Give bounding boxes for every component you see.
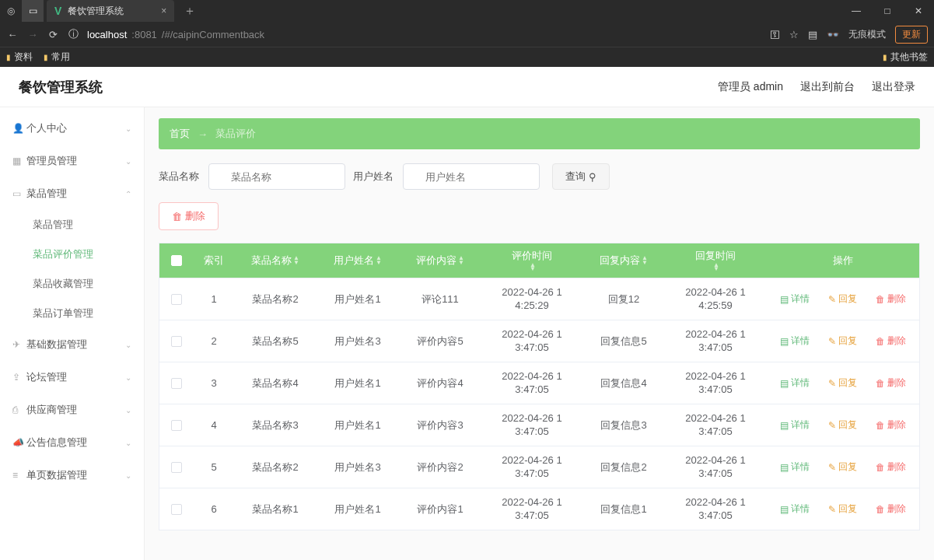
sidebar-sub-dish-order[interactable]: 菜品订单管理 xyxy=(0,299,144,328)
reply-button[interactable]: ✎回复 xyxy=(828,418,857,432)
row-checkbox[interactable] xyxy=(171,462,182,473)
col-reply-time[interactable]: 回复时间▲▼ xyxy=(665,250,766,271)
trash-icon: 🗑 xyxy=(876,504,885,515)
cell-comment-time: 2022-04-26 14:25:29 xyxy=(481,286,582,313)
key-icon[interactable]: ⚿ xyxy=(770,29,780,40)
forward-icon[interactable]: → xyxy=(26,29,39,40)
delete-button[interactable]: 🗑删除 xyxy=(159,202,219,230)
col-index: 索引 xyxy=(194,254,234,268)
back-icon[interactable]: ← xyxy=(6,29,19,40)
chevron-down-icon: ⌄ xyxy=(125,124,131,133)
maximize-icon[interactable]: □ xyxy=(872,0,903,22)
sidebar-item-basedata[interactable]: ✈基础数据管理⌄ xyxy=(0,328,144,361)
search-bar: 菜品名称 ⚲ 用户姓名 ⚲ 查询⚲ xyxy=(159,163,920,190)
cell-reply-time: 2022-04-26 14:25:59 xyxy=(665,286,766,313)
sidebar: 👤个人中心⌄ ▦管理员管理⌄ ▭菜品管理⌃ 菜品管理 菜品评价管理 菜品收藏管理… xyxy=(0,107,145,560)
cell-reply: 回复信息4 xyxy=(582,376,665,390)
row-checkbox[interactable] xyxy=(171,378,182,389)
cell-user-name: 用户姓名1 xyxy=(317,376,399,390)
new-tab-button[interactable]: ＋ xyxy=(184,3,196,19)
col-comment-time[interactable]: 评价时间▲▼ xyxy=(481,250,582,271)
printer-icon: ⎙ xyxy=(12,404,26,415)
table-row: 6菜品名称1用户姓名1评价内容12022-04-26 13:47:05回复信息1… xyxy=(159,488,919,530)
edit-icon: ✎ xyxy=(828,420,836,431)
sidebar-item-forum[interactable]: ⇪论坛管理⌄ xyxy=(0,361,144,394)
cell-user-name: 用户姓名1 xyxy=(317,292,399,306)
row-checkbox[interactable] xyxy=(171,294,182,305)
user-icon: 👤 xyxy=(12,123,26,134)
row-delete-button[interactable]: 🗑删除 xyxy=(876,376,906,390)
select-all-checkbox[interactable] xyxy=(171,255,182,266)
reply-button[interactable]: ✎回复 xyxy=(828,292,857,306)
sidebar-item-profile[interactable]: 👤个人中心⌄ xyxy=(0,112,144,145)
col-user-name[interactable]: 用户姓名▲▼ xyxy=(317,254,399,268)
row-delete-button[interactable]: 🗑删除 xyxy=(876,292,906,306)
minimize-icon[interactable]: — xyxy=(841,0,872,22)
cell-comment: 评价内容1 xyxy=(399,502,481,516)
sidebar-item-dish[interactable]: ▭菜品管理⌃ xyxy=(0,177,144,210)
panel-icon[interactable]: ▤ xyxy=(808,29,817,40)
cell-comment: 评价内容3 xyxy=(399,418,481,432)
col-dish-name[interactable]: 菜品名称▲▼ xyxy=(234,254,317,268)
breadcrumb-home[interactable]: 首页 xyxy=(170,127,190,141)
close-window-icon[interactable]: ✕ xyxy=(903,0,934,22)
cell-reply-time: 2022-04-26 13:47:05 xyxy=(665,370,766,397)
exit-front-link[interactable]: 退出到前台 xyxy=(800,80,855,94)
detail-button[interactable]: ▤详情 xyxy=(780,418,810,432)
chevron-down-icon: ⌄ xyxy=(125,157,131,166)
row-delete-button[interactable]: 🗑删除 xyxy=(876,460,906,474)
sidebar-item-notice[interactable]: 📣公告信息管理⌄ xyxy=(0,426,144,459)
query-button[interactable]: 查询⚲ xyxy=(552,163,610,190)
detail-button[interactable]: ▤详情 xyxy=(780,460,810,474)
row-delete-button[interactable]: 🗑删除 xyxy=(876,418,906,432)
cell-dish-name: 菜品名称3 xyxy=(234,418,317,432)
cell-comment: 评价内容4 xyxy=(399,376,481,390)
cell-reply: 回复信息3 xyxy=(582,418,665,432)
reply-button[interactable]: ✎回复 xyxy=(828,460,857,474)
dish-name-input[interactable] xyxy=(208,163,345,190)
reply-button[interactable]: ✎回复 xyxy=(828,376,857,390)
sidebar-sub-dish-manage[interactable]: 菜品管理 xyxy=(0,210,144,240)
browser-tab[interactable]: V 餐饮管理系统 × xyxy=(47,0,174,22)
sidebar-item-supplier[interactable]: ⎙供应商管理⌄ xyxy=(0,394,144,426)
row-checkbox[interactable] xyxy=(171,336,182,347)
app-root: 餐饮管理系统 管理员 admin 退出到前台 退出登录 👤个人中心⌄ ▦管理员管… xyxy=(0,67,934,560)
row-checkbox[interactable] xyxy=(171,420,182,431)
logout-link[interactable]: 退出登录 xyxy=(872,80,915,94)
sidebar-item-pagedata[interactable]: ≡单页数据管理⌄ xyxy=(0,459,144,492)
incognito-label: 无痕模式 xyxy=(848,28,886,41)
cell-dish-name: 菜品名称5 xyxy=(234,334,317,348)
cell-comment-time: 2022-04-26 13:47:05 xyxy=(481,496,582,523)
sidebar-sub-dish-collect[interactable]: 菜品收藏管理 xyxy=(0,269,144,299)
vue-icon: V xyxy=(54,5,61,17)
close-icon[interactable]: × xyxy=(161,5,166,16)
reply-button[interactable]: ✎回复 xyxy=(828,334,857,348)
sidebar-sub-dish-comment[interactable]: 菜品评价管理 xyxy=(0,240,144,269)
cell-index: 5 xyxy=(194,461,234,473)
star-icon[interactable]: ☆ xyxy=(789,29,799,40)
bookmark-folder[interactable]: 资料 xyxy=(6,51,33,64)
admin-label[interactable]: 管理员 admin xyxy=(718,80,783,94)
label-dish-name: 菜品名称 xyxy=(159,170,199,184)
row-checkbox[interactable] xyxy=(171,504,182,515)
user-name-input[interactable] xyxy=(403,163,540,190)
row-delete-button[interactable]: 🗑删除 xyxy=(876,502,906,516)
bookmark-folder[interactable]: 常用 xyxy=(44,51,70,64)
horn-icon: 📣 xyxy=(12,437,26,448)
url-field[interactable]: localhost:8081/#/caipinCommentback xyxy=(87,29,264,40)
bookmark-other[interactable]: 其他书签 xyxy=(883,51,928,64)
col-reply[interactable]: 回复内容▲▼ xyxy=(582,254,665,268)
detail-button[interactable]: ▤详情 xyxy=(780,334,810,348)
reload-icon[interactable]: ⟳ xyxy=(47,29,59,40)
doc-icon: ▤ xyxy=(780,378,789,389)
detail-button[interactable]: ▤详情 xyxy=(780,292,810,306)
update-button[interactable]: 更新 xyxy=(895,26,928,44)
edit-icon: ✎ xyxy=(828,504,836,515)
info-icon[interactable]: ⓘ xyxy=(67,27,79,41)
sidebar-item-admin[interactable]: ▦管理员管理⌄ xyxy=(0,145,144,177)
reply-button[interactable]: ✎回复 xyxy=(828,502,857,516)
detail-button[interactable]: ▤详情 xyxy=(780,502,810,516)
detail-button[interactable]: ▤详情 xyxy=(780,376,810,390)
col-comment[interactable]: 评价内容▲▼ xyxy=(399,254,481,268)
row-delete-button[interactable]: 🗑删除 xyxy=(876,334,906,348)
